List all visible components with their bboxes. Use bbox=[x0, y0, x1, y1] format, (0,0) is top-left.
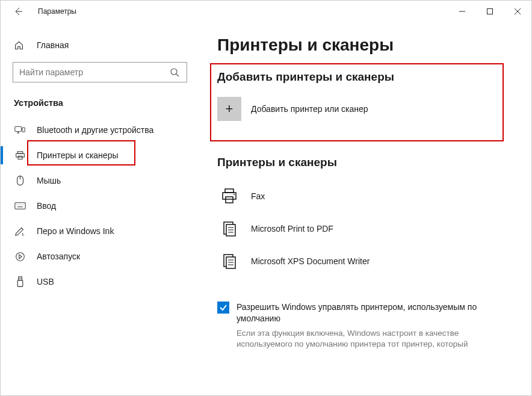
svg-rect-27 bbox=[225, 189, 234, 193]
keyboard-icon bbox=[14, 202, 26, 210]
nav-item-usb[interactable]: USB bbox=[1, 269, 199, 294]
svg-rect-11 bbox=[16, 153, 24, 157]
svg-line-5 bbox=[176, 74, 179, 76]
home-label: Главная bbox=[37, 40, 69, 50]
printer-icon bbox=[14, 150, 26, 161]
printer-name: Microsoft XPS Document Writer bbox=[251, 256, 370, 266]
nav-label: Перо и Windows Ink bbox=[37, 226, 114, 236]
nav-item-mouse[interactable]: Мышь bbox=[1, 168, 199, 193]
plus-icon: + bbox=[217, 97, 241, 121]
svg-rect-1 bbox=[487, 9, 493, 14]
sidebar: Главная Устройства Bluetooth и другие ус… bbox=[1, 22, 199, 395]
svg-point-4 bbox=[171, 69, 177, 75]
home-nav-item[interactable]: Главная bbox=[1, 33, 199, 57]
autoplay-icon bbox=[14, 252, 26, 262]
printer-device-icon bbox=[217, 249, 241, 273]
svg-rect-24 bbox=[17, 280, 23, 286]
checkbox-description: Если эта функция включена, Windows настр… bbox=[237, 328, 513, 350]
default-printer-setting: Разрешить Windows управлять принтером, и… bbox=[217, 302, 513, 350]
main-content: Принтеры и сканеры Добавить принтеры и с… bbox=[199, 22, 531, 395]
printer-name: Fax bbox=[251, 191, 265, 201]
nav-label: Мышь bbox=[37, 176, 61, 185]
svg-rect-23 bbox=[18, 276, 22, 280]
printers-list-header: Принтеры и сканеры bbox=[217, 156, 513, 169]
back-button[interactable] bbox=[9, 2, 27, 20]
printer-device-icon bbox=[217, 184, 241, 208]
default-printer-checkbox[interactable] bbox=[217, 302, 229, 314]
window-title: Параметры bbox=[38, 7, 76, 16]
printer-item[interactable]: Microsoft Print to PDF bbox=[217, 212, 513, 245]
category-header: Устройства bbox=[1, 91, 199, 117]
minimize-button[interactable] bbox=[448, 2, 476, 21]
nav-label: USB bbox=[37, 277, 54, 286]
svg-point-21 bbox=[22, 234, 23, 235]
nav-item-pen[interactable]: Перо и Windows Ink bbox=[1, 218, 199, 244]
nav-item-typing[interactable]: Ввод bbox=[1, 193, 199, 218]
svg-point-30 bbox=[234, 194, 235, 195]
maximize-icon bbox=[487, 8, 493, 14]
devices-icon bbox=[14, 125, 26, 135]
nav-item-bluetooth[interactable]: Bluetooth и другие устройства bbox=[1, 117, 199, 143]
nav-label: Bluetooth и другие устройства bbox=[37, 125, 153, 135]
mouse-icon bbox=[14, 175, 26, 186]
printer-name: Microsoft Print to PDF bbox=[251, 224, 333, 234]
printers-section: Принтеры и сканеры Fax Microsoft Print t… bbox=[217, 156, 513, 277]
close-icon bbox=[515, 8, 521, 14]
nav-label: Принтеры и сканеры bbox=[37, 150, 118, 160]
nav-item-printers[interactable]: Принтеры и сканеры bbox=[1, 143, 199, 168]
svg-rect-29 bbox=[226, 197, 233, 203]
usb-icon bbox=[14, 276, 26, 288]
svg-point-22 bbox=[16, 252, 24, 261]
arrow-left-icon bbox=[13, 7, 23, 16]
close-button[interactable] bbox=[504, 2, 531, 21]
add-button-label: Добавить принтер или сканер bbox=[251, 104, 368, 114]
maximize-button[interactable] bbox=[476, 2, 504, 21]
printer-item[interactable]: Microsoft XPS Document Writer bbox=[217, 245, 513, 277]
nav-item-autoplay[interactable]: Автозапуск bbox=[1, 244, 199, 269]
printer-item[interactable]: Fax bbox=[217, 180, 513, 212]
svg-rect-12 bbox=[18, 156, 22, 159]
checkbox-label: Разрешить Windows управлять принтером, и… bbox=[237, 302, 513, 324]
add-section-header: Добавить принтеры и сканеры bbox=[217, 70, 513, 84]
svg-rect-15 bbox=[14, 203, 25, 209]
svg-rect-28 bbox=[223, 193, 236, 199]
svg-rect-9 bbox=[22, 128, 25, 132]
home-icon bbox=[14, 40, 26, 51]
pen-icon bbox=[14, 226, 26, 237]
minimize-icon bbox=[459, 8, 465, 14]
app-body: Главная Устройства Bluetooth и другие ус… bbox=[1, 22, 531, 395]
search-input[interactable] bbox=[19, 67, 170, 77]
titlebar: Параметры bbox=[1, 1, 531, 22]
add-printer-section: Добавить принтеры и сканеры + Добавить п… bbox=[217, 70, 513, 139]
printer-device-icon bbox=[217, 217, 241, 241]
window-controls bbox=[448, 2, 531, 21]
page-title: Принтеры и сканеры bbox=[217, 36, 513, 55]
search-icon bbox=[170, 67, 181, 77]
svg-rect-6 bbox=[15, 126, 22, 131]
add-printer-button[interactable]: + Добавить принтер или сканер bbox=[217, 94, 513, 123]
search-box[interactable] bbox=[13, 62, 187, 82]
nav-label: Автозапуск bbox=[37, 252, 80, 261]
nav-label: Ввод bbox=[37, 201, 56, 211]
checkmark-icon bbox=[219, 303, 227, 312]
